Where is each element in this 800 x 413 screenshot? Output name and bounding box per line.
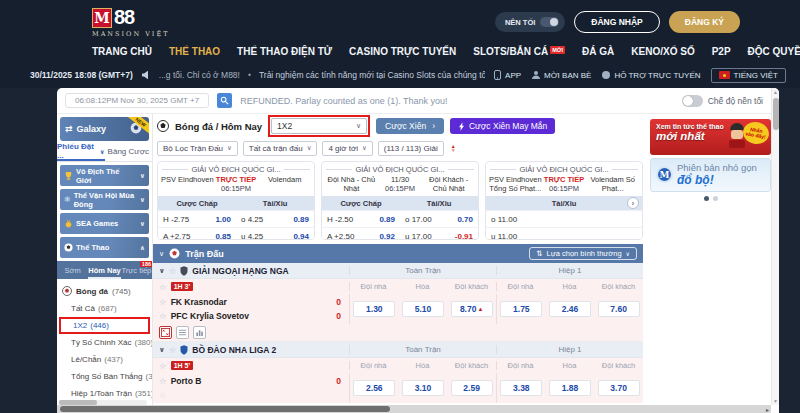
odds-cell[interactable]: H -2.751.00 bbox=[158, 215, 236, 224]
star-icon[interactable]: ☆ bbox=[169, 266, 177, 276]
section-sea-games[interactable]: SEA Games ∨ bbox=[60, 213, 149, 234]
invite-friends-link[interactable]: MỜI BẠN BÈ bbox=[531, 70, 591, 80]
login-button[interactable]: ĐĂNG NHẬP bbox=[574, 11, 659, 33]
sidebar-item-odd-even[interactable]: Lẻ/Chẵn(437) bbox=[57, 351, 152, 368]
tab-early[interactable]: Sớm bbox=[57, 261, 88, 279]
vertical-scrollbar[interactable]: ▲ ▼ bbox=[771, 88, 779, 405]
league-count-pill[interactable]: (113 / 113) Giải bbox=[378, 141, 444, 156]
star-icon[interactable]: ☆ bbox=[159, 376, 167, 386]
chevron-down-icon[interactable]: ∨ bbox=[159, 267, 165, 275]
nav-item-keno-xo-so[interactable]: KENO/XỔ SỐ bbox=[631, 46, 694, 57]
carousel-dot[interactable] bbox=[713, 196, 718, 201]
star-icon[interactable]: ☆ bbox=[169, 345, 177, 355]
section-world-championship[interactable]: Vô Địch Thế Giới ∨ bbox=[60, 165, 149, 186]
sidebar-item-1x2[interactable]: 1X2(446) bbox=[59, 317, 150, 334]
nav-item-the-thao[interactable]: THỂ THAO bbox=[169, 46, 220, 57]
odds-cell[interactable]: u 4.250.94 bbox=[236, 232, 314, 241]
scroll-right-arrow[interactable]: ▸ bbox=[766, 406, 771, 413]
nav-item-casino[interactable]: CASINO TRỰC TUYẾN bbox=[349, 46, 456, 57]
nav-item-da-ga[interactable]: ĐÁ GÀ bbox=[582, 46, 614, 57]
search-icon[interactable] bbox=[217, 93, 232, 108]
odds-button[interactable]: 5.10 bbox=[402, 301, 444, 317]
horizontal-scrollbar[interactable]: ▸ bbox=[57, 405, 771, 413]
odds-button[interactable]: 1.75 bbox=[500, 301, 542, 317]
card-league-name[interactable]: GIẢI VÔ ĐỊCH QUỐC GI... bbox=[355, 165, 444, 174]
compact-version-banner[interactable]: M Phiên bản nhỏ gọn đổ bộ! bbox=[650, 158, 771, 192]
header-dark-mode-toggle[interactable]: NÊN TỐI bbox=[495, 12, 565, 32]
star-icon[interactable]: ☆ bbox=[159, 311, 167, 321]
odds-button[interactable]: 2.46 bbox=[549, 301, 591, 317]
tab-live[interactable]: Trực tiếp 186 bbox=[121, 261, 152, 279]
nav-item-trang-chu[interactable]: TRANG CHỦ bbox=[92, 46, 152, 57]
odds-button[interactable]: 1.30 bbox=[353, 301, 395, 317]
odds-button[interactable]: 3.10 bbox=[402, 380, 444, 396]
tab-today[interactable]: Hôm Nay bbox=[88, 261, 121, 279]
app-link[interactable]: APP bbox=[493, 70, 521, 80]
home-team-row[interactable]: ☆ Porto B 0 bbox=[153, 374, 349, 388]
language-selector[interactable]: TIẾNG VIỆT bbox=[711, 68, 786, 83]
stats-chart-icon[interactable] bbox=[193, 326, 206, 339]
odds-button[interactable]: 3.70 bbox=[598, 380, 640, 396]
home-team-row[interactable]: ☆ FK Krasnodar 0 bbox=[153, 295, 349, 309]
match-filter-dropdown[interactable]: Bộ Lọc Trận Đấu ∨ bbox=[157, 141, 238, 156]
odds-cell[interactable]: o 17.000.70 bbox=[400, 215, 478, 224]
chevron-down-icon[interactable]: ∨ bbox=[159, 250, 164, 258]
carousel-dot-active[interactable] bbox=[704, 196, 709, 201]
expand-card-button[interactable]: › bbox=[627, 197, 639, 209]
bet-type-select[interactable]: 1X2 ∨ bbox=[271, 118, 367, 134]
odds-cell[interactable]: o 11.00 bbox=[486, 215, 642, 224]
star-icon[interactable]: ☆ bbox=[159, 297, 167, 307]
nav-item-slots-ban-ca[interactable]: SLOTS/BẮN CÁMỚI bbox=[473, 46, 565, 57]
sort-icon[interactable]: ▲ ▼ bbox=[449, 142, 458, 154]
parlay-button[interactable]: Cược Xiên › bbox=[376, 118, 444, 134]
lucky-parlay-button[interactable]: Cược Xiên May Mắn bbox=[450, 118, 555, 134]
display-mode-select[interactable]: ⇅ Lựa chọn bình thường ∨ bbox=[529, 247, 637, 260]
scroll-down-arrow[interactable]: ▼ bbox=[773, 397, 778, 405]
m88-logo[interactable]: M 88 MANSION VIỆT bbox=[92, 6, 169, 38]
odds-cell[interactable]: A +2.750.85 bbox=[158, 232, 236, 241]
galaxy-banner[interactable]: ⇄ Galaxy NEW bbox=[60, 117, 149, 141]
away-team-row[interactable]: ☆ PFC Krylia Sovetov 0 bbox=[153, 309, 349, 323]
sidebar-item-football[interactable]: Bóng đá (745) bbox=[57, 282, 152, 300]
odds-cell[interactable]: o 4.250.89 bbox=[236, 215, 314, 224]
card-league-name[interactable]: GIẢI VÔ ĐỊCH QUỐC GI... bbox=[519, 165, 608, 174]
nav-item-the-thao-dien-tu[interactable]: THỂ THAO ĐIỆN TỬ bbox=[237, 46, 332, 57]
league-header[interactable]: ∨ ☆ BỒ ĐÀO NHA LIGA 2 Toàn Trận Hiệp 1 bbox=[153, 342, 643, 358]
away-team-row[interactable]: ☆ bbox=[153, 388, 349, 402]
scrollbar-thumb[interactable] bbox=[60, 406, 390, 412]
odds-cell[interactable]: u 17.00-0.91 bbox=[400, 232, 478, 241]
section-winter-games[interactable]: ❄ Thể Vận Hội Mùa Đông ∨ bbox=[60, 189, 149, 210]
nav-item-doc-quyen[interactable]: ĐỘC QUYỀNMỚI bbox=[748, 46, 800, 57]
scrollbar-thumb[interactable] bbox=[773, 98, 779, 130]
section-sports[interactable]: Thể Thao ∧ bbox=[60, 237, 149, 258]
card-league-name[interactable]: GIẢI VÔ ĐỊCH QUỐC GI... bbox=[191, 165, 280, 174]
nav-item-p2p[interactable]: P2P bbox=[712, 46, 731, 57]
star-icon[interactable]: ☆ bbox=[159, 361, 167, 371]
scroll-up-arrow[interactable]: ▲ bbox=[773, 88, 778, 96]
star-icon[interactable]: ☆ bbox=[159, 282, 167, 292]
sidebar-item-total-goals[interactable]: Tổng Số Bàn Thắng(379) bbox=[57, 368, 152, 385]
tab-bet-board[interactable]: Bảng Cược bbox=[105, 141, 153, 161]
bet-types-grid-icon[interactable] bbox=[159, 326, 172, 339]
sidebar-item-correct-score[interactable]: Tỷ Số Chính Xác(380) bbox=[57, 334, 152, 351]
odds-button[interactable]: 3.38 bbox=[500, 380, 542, 396]
sports-news-banner[interactable]: Xem tin tức thể thao mới nhất Nhấn vào đ… bbox=[650, 119, 771, 155]
odds-cell[interactable]: H -2.500.89 bbox=[322, 215, 400, 224]
tab-bet-slip[interactable]: Phiếu Đặt ... ∨ bbox=[57, 141, 105, 161]
star-icon[interactable]: ☆ bbox=[159, 390, 167, 400]
time-window-dropdown[interactable]: 4 giờ tới ∨ bbox=[322, 141, 372, 156]
odds-button[interactable]: 8.70▲ bbox=[451, 301, 493, 317]
odds-button[interactable]: 7.60 bbox=[598, 301, 640, 317]
league-header[interactable]: ∨ ☆ GIẢI NGOẠI HẠNG NGA Toàn Trận Hiệp 1 bbox=[153, 263, 643, 279]
odds-cell[interactable]: u 11.00 bbox=[486, 232, 642, 241]
odds-button[interactable]: 2.59 bbox=[451, 380, 493, 396]
odds-button[interactable]: 1.88 bbox=[549, 380, 591, 396]
register-button[interactable]: ĐĂNG KÝ bbox=[669, 11, 740, 33]
odds-button[interactable]: 2.56 bbox=[353, 380, 395, 396]
chevron-down-icon[interactable]: ∨ bbox=[159, 346, 165, 354]
all-matches-dropdown[interactable]: Tất cả trận đấu ∨ bbox=[243, 141, 318, 156]
list-view-icon[interactable] bbox=[176, 326, 189, 339]
odds-cell[interactable]: A +2.500.92 bbox=[322, 232, 400, 241]
live-support-link[interactable]: HỖ TRỢ TRỰC TUYẾN bbox=[601, 70, 700, 80]
sidebar-item-all[interactable]: Tất Cả(687) bbox=[57, 300, 152, 317]
